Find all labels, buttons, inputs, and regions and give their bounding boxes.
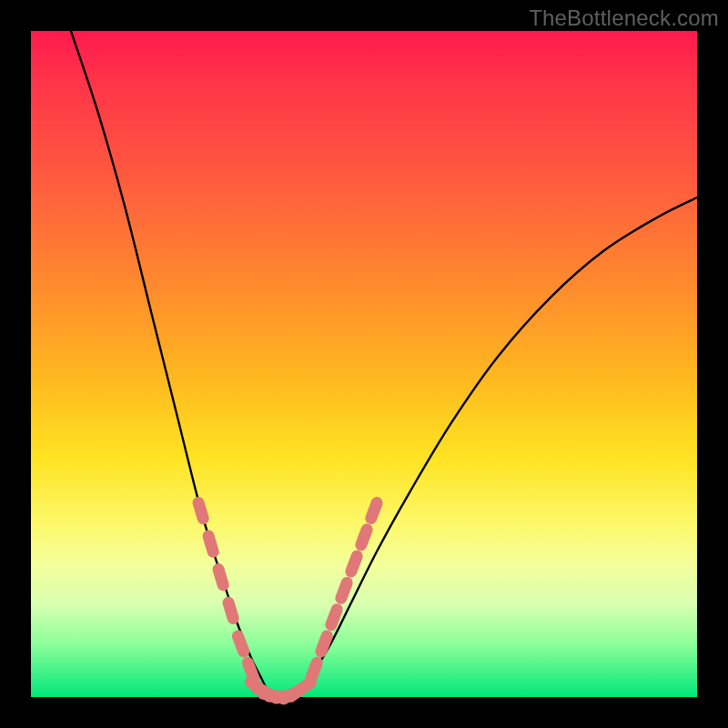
bead-marker	[228, 602, 233, 618]
plot-area	[31, 31, 697, 697]
bead-marker	[198, 502, 203, 518]
watermark-text: TheBottleneck.com	[529, 5, 719, 31]
bead-marker	[361, 530, 367, 545]
bead-marker	[371, 503, 377, 519]
curve-layer	[31, 31, 697, 697]
bead-marker	[298, 682, 311, 692]
bead-marker	[218, 570, 223, 585]
bead-marker	[248, 662, 253, 678]
bead-marker	[331, 610, 337, 625]
chart-frame: TheBottleneck.com	[0, 0, 728, 728]
bead-marker	[311, 662, 317, 678]
bead-marker	[351, 556, 357, 571]
bead-marker	[341, 582, 347, 598]
bead-marker	[321, 636, 327, 652]
right-curve	[298, 197, 697, 697]
bead-marker	[208, 536, 213, 551]
left-curve	[71, 31, 271, 697]
bead-marker	[238, 636, 243, 652]
